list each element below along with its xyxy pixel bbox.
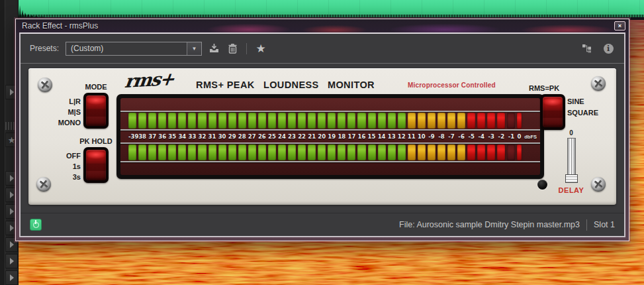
meter-led-yellow: [437, 144, 445, 160]
meter-led-green: [288, 144, 296, 160]
delay-fader-handle[interactable]: [565, 174, 578, 183]
footer-info: File: Aurosonic sample Dmitry Stepin mas…: [399, 219, 615, 231]
meter-led-green: [168, 113, 176, 129]
chevron-down-icon[interactable]: ▼: [187, 42, 201, 55]
delay-value: 0: [569, 129, 573, 137]
meter-scale-label: 28: [238, 133, 246, 140]
meter-scale-label: 12: [398, 133, 406, 140]
brand-logo: rms+: [124, 68, 175, 91]
meter-led-red: [517, 113, 521, 129]
meter-led-green: [357, 113, 365, 129]
meter-led-green: [288, 113, 296, 129]
preset-dropdown[interactable]: (Custom) ▼: [66, 42, 202, 56]
meter-scale-label: 31: [208, 133, 216, 140]
triangle-icon: [10, 208, 14, 215]
meter-scale: -393837363534333231302928272625242322212…: [120, 131, 540, 142]
meter-led-green: [248, 144, 256, 160]
meter-led-green: [178, 144, 186, 160]
delete-preset-button[interactable]: [226, 42, 239, 55]
delay-label: DELAY: [559, 186, 584, 194]
trash-icon: [228, 44, 237, 54]
triangle-icon: [10, 241, 14, 248]
file-name-text: File: Aurosonic sample Dmitry Stepin mas…: [399, 220, 580, 229]
host-slot-button[interactable]: [5, 270, 18, 285]
meter-led-green: [368, 144, 376, 160]
triangle-icon: [10, 89, 14, 95]
meter-led-green: [388, 113, 396, 129]
pk-hold-option-1s: 1s: [28, 162, 81, 170]
screw-icon: [591, 76, 606, 91]
meter-led-green: [188, 144, 196, 160]
meter-led-yellow: [428, 113, 436, 129]
dialog-content: Presets: (Custom) ▼: [19, 32, 625, 237]
meter-scale-label: 29: [228, 133, 236, 140]
meter-led-yellow: [428, 144, 436, 160]
host-slot-button[interactable]: [5, 254, 18, 268]
info-icon: i: [604, 44, 614, 54]
meter-led-green: [328, 144, 336, 160]
triangle-icon: [10, 274, 14, 281]
meter-led-green: [278, 113, 286, 129]
meter-scale-label: 19: [328, 133, 336, 140]
meter-led-green: [378, 144, 386, 160]
meter-led-green: [268, 113, 276, 129]
meter-led-green: [347, 144, 355, 160]
meter-led-yellow: [408, 113, 416, 129]
favorite-button[interactable]: ★: [254, 42, 267, 55]
rms-pk-options: SINE SQUARE: [567, 97, 604, 117]
meter-led-red: [477, 113, 485, 129]
meter-unit-label: dbFS: [524, 134, 537, 140]
info-button[interactable]: i: [602, 42, 615, 55]
meter-scale-label: 36: [158, 133, 166, 140]
close-button[interactable]: ×: [614, 21, 625, 30]
meter-led-red: [507, 144, 515, 160]
meter-scale-label: 15: [368, 133, 376, 140]
routing-icon: [582, 44, 592, 53]
meter-led-yellow: [418, 144, 426, 160]
meter-led-red: [507, 113, 515, 129]
meter-led-green: [308, 144, 316, 160]
meter-scale-label: 21: [308, 133, 316, 140]
dialog-titlebar[interactable]: Rack Effect - rmsPlus ×: [16, 19, 629, 32]
meter-scale-label: 16: [357, 133, 365, 140]
meter-scale-label: 38: [138, 133, 146, 140]
mode-switch[interactable]: [83, 93, 109, 129]
rmsplus-faceplate: rms+ RMS+ PEAK LOUDNESS MONITOR Micropro…: [28, 68, 616, 205]
meter-led-green: [347, 113, 355, 129]
plugin-subtitle: Microprocessor Controlled: [408, 82, 500, 89]
meter-scale-label: 14: [378, 133, 386, 140]
meter-scale-label: 30: [218, 133, 226, 140]
meter-led-green: [318, 144, 326, 160]
meter-led-yellow: [408, 144, 416, 160]
delay-fader-track[interactable]: [567, 138, 576, 179]
routing-button[interactable]: [580, 42, 594, 55]
meter-scale-label: -7: [447, 133, 455, 140]
meter-led-green: [198, 144, 206, 160]
meter-led-green: [138, 144, 146, 160]
rms-pk-switch[interactable]: [540, 94, 565, 130]
meter-led-red: [467, 113, 475, 129]
meter-led-yellow: [457, 113, 465, 129]
preset-dropdown-value: (Custom): [66, 44, 187, 53]
meter-scale-label: -6: [457, 133, 465, 140]
meter-led-green: [238, 144, 246, 160]
meter-led-yellow: [418, 113, 426, 129]
meter-led-green: [298, 113, 306, 129]
dialog-footer: File: Aurosonic sample Dmitry Stepin mas…: [21, 213, 624, 236]
power-toggle-button[interactable]: [30, 219, 42, 231]
meter-led-green: [268, 144, 276, 160]
meter-scale-label: -39: [128, 133, 136, 140]
presets-toolbar: Presets: (Custom) ▼: [21, 34, 624, 64]
pk-hold-switch[interactable]: [83, 147, 109, 183]
meter-led-red: [517, 144, 521, 160]
meter-led-green: [148, 113, 156, 129]
meter-led-red: [477, 144, 485, 160]
meter-led-yellow: [457, 144, 465, 160]
meter-scale-label: 23: [288, 133, 296, 140]
meter-led-yellow: [447, 144, 455, 160]
footer-separator: [586, 219, 587, 231]
meter-scale-label: 37: [148, 133, 156, 140]
save-preset-button[interactable]: [207, 42, 220, 55]
meter-led-green: [338, 144, 345, 160]
meter-led-green: [128, 144, 136, 160]
